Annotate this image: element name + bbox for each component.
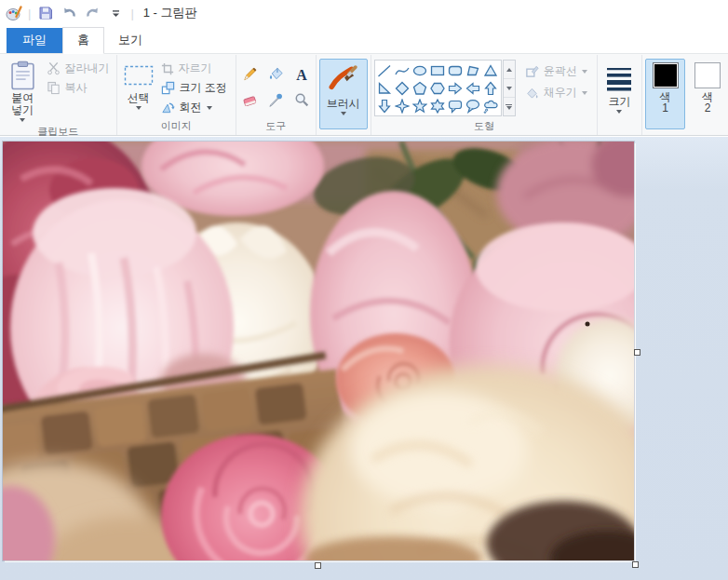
size-label: 크기 <box>608 96 630 108</box>
shape-line[interactable] <box>376 61 394 79</box>
shape-diamond[interactable] <box>394 79 411 97</box>
save-icon[interactable] <box>36 4 55 22</box>
outline-label: 윤곽선 <box>544 63 577 79</box>
shape-triangle[interactable] <box>482 61 500 79</box>
shape-outline-button[interactable]: 윤곽선 <box>521 61 591 82</box>
pencil-tool[interactable] <box>238 62 262 86</box>
shape-four-point-star[interactable] <box>394 97 411 115</box>
tab-file[interactable]: 파일 <box>7 28 62 53</box>
paste-button[interactable]: 붙여넣기 <box>3 57 43 125</box>
fill-bucket-icon <box>268 66 284 82</box>
shape-scroll-down-button[interactable] <box>504 79 515 98</box>
copy-button[interactable]: 복사 <box>43 78 114 98</box>
select-label: 선택 <box>128 92 150 104</box>
shape-rounded-rectangle[interactable] <box>447 61 465 79</box>
text-icon: A <box>294 67 309 82</box>
six-point-star-icon <box>430 99 445 114</box>
rectangle-icon <box>430 63 445 78</box>
resize-handle-corner[interactable] <box>632 561 639 568</box>
shape-scroll-up-button[interactable] <box>504 61 515 79</box>
text-tool[interactable]: A <box>290 62 314 86</box>
shape-left-arrow[interactable] <box>465 79 482 97</box>
shape-right-arrow[interactable] <box>447 79 465 97</box>
ribbon-tabs: 파일 홈 보기 <box>0 26 728 53</box>
cut-button[interactable]: 잘라내기 <box>43 59 114 78</box>
brushes-button[interactable]: 브러시 <box>319 59 368 129</box>
group-color2: 색 2 <box>685 55 728 135</box>
resize-label: 크기 조정 <box>180 80 227 96</box>
left-arrow-icon <box>465 81 480 96</box>
select-rectangle-icon <box>124 61 154 90</box>
resize-button[interactable]: 크기 조정 <box>157 78 231 98</box>
up-arrow-icon <box>483 81 498 96</box>
shape-pentagon[interactable] <box>411 79 429 97</box>
group-clipboard: 붙여넣기 잘라내기 복사 클립보드 <box>0 55 117 135</box>
select-dropdown-arrow <box>136 106 142 110</box>
shape-rounded-callout[interactable] <box>447 97 465 115</box>
shape-cloud-callout[interactable] <box>482 97 500 115</box>
brushes-label: 브러시 <box>327 98 360 110</box>
shape-fill-icon <box>525 86 539 100</box>
gallery-more-icon <box>506 104 512 110</box>
redo-icon[interactable] <box>83 4 101 22</box>
fill-tool[interactable] <box>264 62 288 86</box>
color2-number: 2 <box>705 101 711 115</box>
tab-home[interactable]: 홈 <box>62 27 104 54</box>
hexagon-icon <box>430 81 445 96</box>
four-point-star-icon <box>395 99 410 114</box>
shape-up-arrow[interactable] <box>482 79 500 97</box>
resize-handle-bottom[interactable] <box>315 562 321 569</box>
image-group-label: 이미지 <box>120 117 233 135</box>
shape-six-point-star[interactable] <box>429 97 447 115</box>
line-size-icon <box>605 62 633 94</box>
select-button[interactable]: 선택 <box>120 57 157 113</box>
crop-button[interactable]: 자르기 <box>157 59 231 78</box>
magnifier-tool[interactable] <box>290 88 314 112</box>
ribbon: 붙여넣기 잘라내기 복사 클립보드 <box>0 53 728 136</box>
shape-hexagon[interactable] <box>429 79 447 97</box>
color-picker-tool[interactable] <box>264 88 288 112</box>
shape-five-point-star[interactable] <box>411 97 429 115</box>
ellipse-icon <box>412 63 427 78</box>
oval-callout-icon <box>465 99 480 114</box>
undo-icon[interactable] <box>60 4 78 22</box>
size-button[interactable]: 크기 <box>601 59 637 116</box>
clipboard-paste-icon <box>10 61 35 90</box>
resize-handle-right[interactable] <box>634 349 640 356</box>
quick-access-dropdown-icon[interactable] <box>106 4 125 22</box>
shape-fill-dropdown-arrow <box>582 91 587 95</box>
shape-gallery-more-button[interactable] <box>504 98 515 115</box>
tab-view[interactable]: 보기 <box>104 28 156 53</box>
color2-button[interactable]: 색 2 <box>688 59 727 129</box>
canvas-image[interactable] <box>3 142 634 560</box>
eraser-tool[interactable] <box>238 88 262 112</box>
group-size: 크기 <box>598 55 642 135</box>
window-title: 1 - 그림판 <box>143 5 197 21</box>
color1-button[interactable]: 색 1 <box>645 59 685 129</box>
shape-rectangle[interactable] <box>429 61 447 79</box>
shape-down-arrow[interactable] <box>376 97 394 115</box>
group-tools: A 도구 <box>236 55 317 135</box>
shape-fill-button[interactable]: 채우기 <box>521 82 591 103</box>
brushes-dropdown-arrow <box>341 112 346 115</box>
cloud-callout-icon <box>483 99 498 114</box>
titlebar-separator: | <box>27 7 32 20</box>
paste-dropdown-arrow <box>20 118 25 122</box>
scroll-down-icon <box>506 87 512 90</box>
shape-right-triangle[interactable] <box>376 79 394 97</box>
resize-icon <box>161 81 175 95</box>
down-arrow-icon <box>377 99 392 114</box>
rotate-button[interactable]: 회전 <box>157 98 231 117</box>
crop-label: 자르기 <box>179 61 212 76</box>
shape-polygon[interactable] <box>465 61 482 79</box>
shape-curve[interactable] <box>394 61 411 79</box>
shapes-group-label: 도형 <box>374 117 594 135</box>
rounded-rectangle-icon <box>448 63 463 78</box>
shape-ellipse[interactable] <box>411 61 429 79</box>
shape-gallery-scrollbar <box>503 60 516 116</box>
right-arrow-icon <box>448 81 463 96</box>
canvas-area[interactable] <box>0 137 728 580</box>
brush-icon <box>329 62 358 96</box>
outline-dropdown-arrow <box>582 70 587 74</box>
shape-oval-callout[interactable] <box>465 97 482 115</box>
